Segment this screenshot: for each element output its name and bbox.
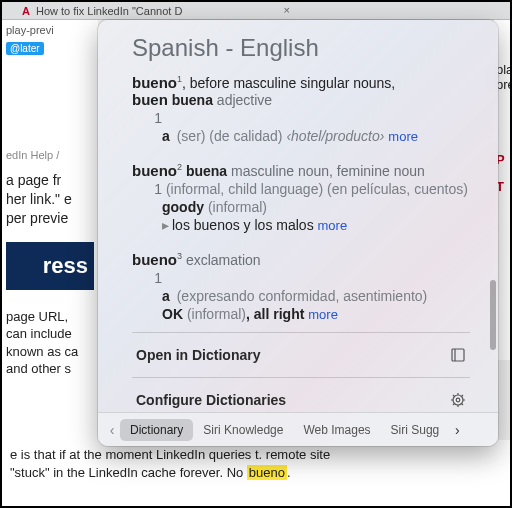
- breadcrumb: edIn Help /: [6, 149, 94, 161]
- background-left: play-previ @later edIn Help / a page fr …: [2, 20, 98, 506]
- scrollbar[interactable]: [490, 280, 496, 350]
- article-fragment-3: e is that if at the moment LinkedIn quer…: [2, 440, 510, 506]
- source-tabbar: ‹ Dictionary Siri Knowledge Web Images S…: [98, 412, 498, 446]
- more-link[interactable]: more: [308, 307, 338, 322]
- action-label: Configure Dictionaries: [136, 392, 286, 408]
- wordpress-logo-fragment: ress: [6, 242, 94, 290]
- svg-point-1: [453, 395, 463, 405]
- browser-tab: A How to fix LinkedIn "Cannot D ×: [2, 2, 510, 20]
- configure-dictionaries-button[interactable]: Configure Dictionaries: [132, 384, 470, 412]
- highlighted-word[interactable]: bueno: [247, 465, 287, 480]
- book-icon: [450, 347, 466, 363]
- svg-rect-0: [452, 349, 464, 361]
- triangle-icon: ▸: [162, 217, 169, 233]
- tab-siri-knowledge[interactable]: Siri Knowledge: [193, 419, 293, 441]
- open-in-dictionary-button[interactable]: Open in Dictionary: [132, 339, 470, 371]
- chevron-right-icon[interactable]: ›: [449, 422, 465, 438]
- tab-close-button[interactable]: ×: [284, 4, 290, 16]
- dictionary-entry: bueno1, before masculine singular nouns,…: [132, 74, 470, 144]
- tab-web-images[interactable]: Web Images: [293, 419, 380, 441]
- more-link[interactable]: more: [388, 129, 418, 144]
- dictionary-popover: Spanish - English bueno1, before masculi…: [98, 20, 498, 446]
- dictionary-entry: bueno2 buena masculine noun, feminine no…: [132, 162, 470, 233]
- gear-icon: [450, 392, 466, 408]
- chevron-left-icon[interactable]: ‹: [104, 422, 120, 438]
- dictionary-entry: bueno3 exclamation 1 a (expresando confo…: [132, 251, 470, 322]
- favicon: A: [22, 5, 30, 17]
- divider: [132, 377, 470, 378]
- article-fragment-2: page URL, can include known as ca and ot…: [6, 308, 94, 378]
- divider: [132, 332, 470, 333]
- url-fragment: play-previ: [6, 24, 94, 36]
- twitter-handle-badge: @later: [6, 42, 44, 55]
- article-fragment: a page fr her link." e per previe: [6, 171, 94, 228]
- tab-dictionary[interactable]: Dictionary: [120, 419, 193, 441]
- action-label: Open in Dictionary: [136, 347, 260, 363]
- more-link[interactable]: more: [318, 218, 348, 233]
- popover-title: Spanish - English: [132, 34, 470, 62]
- svg-point-2: [456, 398, 460, 402]
- tab-title: How to fix LinkedIn "Cannot D: [36, 5, 182, 17]
- tab-siri-suggestions[interactable]: Siri Sugg: [381, 419, 450, 441]
